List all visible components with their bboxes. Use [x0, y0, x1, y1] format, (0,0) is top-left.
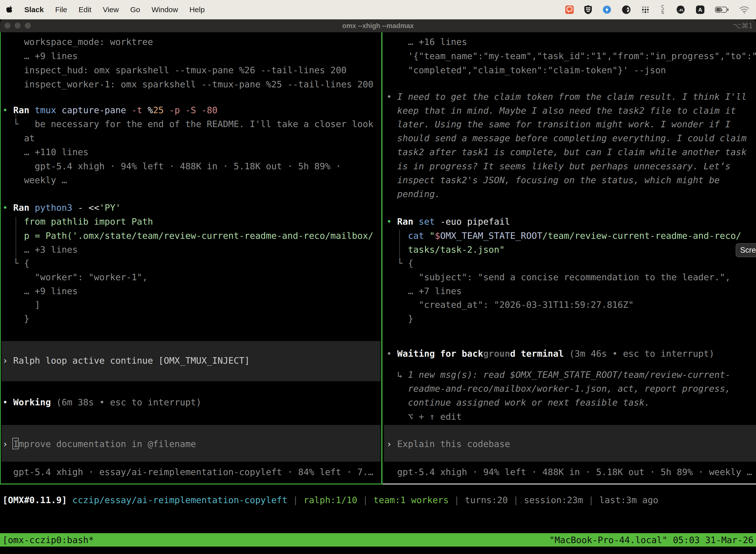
terminal-line: is in progress? It seems likely but perh…	[384, 159, 756, 173]
terminal-line: }	[384, 312, 756, 326]
omx-status-segment: [OMX#0.11.9]	[2, 495, 72, 505]
terminal-line: '{"team_name":"my-team","task_id":"1","f…	[384, 49, 756, 63]
terminal-line: task2 after task1 is complete, but can I…	[384, 145, 756, 159]
dot-grid-icon[interactable]	[641, 5, 650, 14]
terminal-line: └ be necessary for the end of the README…	[0, 117, 381, 131]
terminal-line: should send a message before completing …	[384, 131, 756, 145]
terminal-line: "subject": "send a concise recommendatio…	[384, 270, 756, 284]
terminal-line: readme-and-reco/mailbox/worker-1.json, a…	[384, 382, 756, 396]
terminal-line: … +7 lines	[384, 284, 756, 298]
terminal-line: cat "$OMX_TEAM_STATE_ROOT/team/review-cu…	[384, 229, 756, 243]
right-terminal-pane: … +16 lines '{"team_name":"my-team","tas…	[384, 32, 756, 484]
battery-icon[interactable]	[715, 6, 729, 14]
omx-status-segment: team:1 workers	[374, 495, 449, 505]
squiggle-icon[interactable]	[660, 5, 666, 15]
menu-help[interactable]: Help	[189, 5, 205, 14]
terminal-line: from pathlib import Path	[0, 214, 381, 229]
tmux-status-bar: [omx-cczip0:bash* "MacBook-Pro-44.local"…	[0, 533, 756, 547]
pane-border-bottom-active	[0, 484, 382, 485]
terminal-line: gpt-5.4 xhigh · 94% left · 488K in · 5.1…	[384, 465, 756, 479]
wifi-icon[interactable]	[739, 6, 750, 14]
menu-edit[interactable]: Edit	[79, 5, 91, 14]
terminal-line: … +9 lines	[0, 284, 381, 298]
terminal-line: ↳ 1 new msg(s): read $OMX_TEAM_STATE_ROO…	[384, 368, 756, 382]
menu-status-icons: ..61A	[565, 5, 750, 15]
omx-status-line: [OMX#0.11.9] cczip/essay/ai-reimplementa…	[0, 493, 756, 507]
pane-divider[interactable]	[381, 32, 382, 484]
terminal-line: inspect task2's JSON, focusing on the st…	[384, 173, 756, 187]
terminal-line: tasks/task-2.json"	[384, 242, 756, 257]
left-terminal-pane: workspace_mode: worktree … +9 lines insp…	[0, 32, 381, 484]
menu-go[interactable]: Go	[130, 5, 140, 14]
chat-app-icon[interactable]	[565, 5, 574, 14]
terminal-line: … +110 lines	[0, 145, 381, 159]
terminal-line: "created_at": "2026-03-31T11:59:27.816Z"	[384, 297, 756, 312]
menu-window[interactable]: Window	[151, 5, 178, 14]
terminal-line: • Waiting for background terminal (3m 46…	[384, 346, 756, 361]
omx-status-segment: |	[583, 495, 599, 505]
svg-text:A: A	[698, 7, 702, 13]
menu-file[interactable]: File	[55, 5, 67, 14]
apple-menu-icon[interactable]	[6, 5, 13, 14]
terminal-line: ]	[0, 297, 381, 312]
menu-view[interactable]: View	[103, 5, 119, 14]
omx-status-segment: turns:20	[465, 495, 508, 505]
terminal-line: "worker": "worker-1",	[0, 270, 381, 284]
terminal-line: inspect_hud: omx sparkshell --tmux-pane …	[0, 63, 381, 77]
letter-a-icon[interactable]: A	[695, 5, 705, 14]
terminal-line: "completed","claim_token":"claim-token"}…	[384, 63, 756, 77]
terminal-line: └ {	[0, 256, 381, 270]
pane-border-bottom-inactive	[382, 484, 756, 485]
terminal-line: › Explain this codebase	[384, 437, 756, 451]
terminal-line: p = Path('.omx/state/team/review-current…	[0, 229, 381, 243]
terminal-line: … +9 lines	[0, 49, 381, 63]
terminal-line: … +3 lines	[0, 242, 381, 257]
terminal-line: weekly …	[0, 173, 381, 187]
menu-items: SlackFileEditViewGoWindowHelp	[6, 5, 205, 14]
terminal-line: › Improve documentation in @filename	[0, 437, 381, 451]
terminal-line: … +16 lines	[384, 35, 756, 49]
terminal-line: gpt-5.4 xhigh · 94% left · 488K in · 5.1…	[0, 159, 381, 173]
terminal-line: └ {	[384, 256, 756, 270]
terminal-line: • I need to get the claim token from the…	[384, 90, 756, 104]
svg-text:..61: ..61	[678, 8, 683, 12]
screen: SlackFileEditViewGoWindowHelp ..61A omx …	[0, 0, 756, 554]
terminal-line: • Ran python3 - <<'PY'	[0, 201, 381, 215]
terminal-line: pending.	[384, 187, 756, 201]
apple-icon	[6, 5, 13, 13]
terminal-line: workspace_mode: worktree	[0, 35, 381, 49]
screen-tooltip: Scre	[736, 243, 756, 257]
terminal-line: › Ralph loop active continue [OMX_TMUX_I…	[0, 353, 381, 368]
terminal-line: later. Using the same for transition mig…	[384, 117, 756, 131]
omx-status-segment: |	[508, 495, 524, 505]
omx-status-segment: cczip/essay/ai-reimplementation-copyleft	[72, 495, 288, 505]
terminal-line: inspect_worker-1: omx sparkshell --tmux-…	[0, 77, 381, 91]
omx-status-segment: |	[288, 495, 304, 505]
menu-bar: SlackFileEditViewGoWindowHelp ..61A	[0, 0, 756, 19]
terminal-line: • Ran set -euo pipefail	[384, 214, 756, 229]
terminal-line: }	[0, 312, 381, 326]
terminal-line: • Ran tmux capture-pane -t %25 -p -S -80	[0, 103, 381, 117]
omx-status-segment: |	[449, 495, 465, 505]
omx-status-segment: session:23m	[524, 495, 583, 505]
terminal-line: ⌥ + ↑ edit	[384, 409, 756, 424]
terminal-content: workspace_mode: worktree … +9 lines insp…	[0, 0, 756, 554]
omx-status-segment: last:3m ago	[599, 495, 658, 505]
bolt-badge-icon[interactable]	[602, 5, 612, 14]
terminal-line: at	[0, 131, 381, 145]
tmux-host-clock-label: "MacBook-Pro-44.local" 05:03 31-Mar-26	[549, 533, 754, 547]
menu-slack[interactable]: Slack	[24, 5, 44, 14]
terminal-line: keep that in mind. Maybe I also need the…	[384, 104, 756, 118]
pie-circle-icon[interactable]	[622, 5, 631, 14]
terminal-line: continue assigned work or next feasible …	[384, 395, 756, 409]
terminal-line: • Working (6m 38s • esc to interrupt)	[0, 395, 381, 409]
omx-status-segment: |	[358, 495, 374, 505]
grid-shield-icon[interactable]	[584, 5, 592, 14]
terminal-line: gpt-5.4 xhigh · essay/ai-reimplementatio…	[0, 465, 381, 479]
gauge-61-icon[interactable]: ..61	[676, 5, 686, 14]
omx-status-segment: ralph:1/10	[304, 495, 358, 505]
tooltip-label: Scre	[740, 246, 756, 255]
tmux-session-label[interactable]: [omx-cczip0:bash*	[2, 533, 94, 547]
